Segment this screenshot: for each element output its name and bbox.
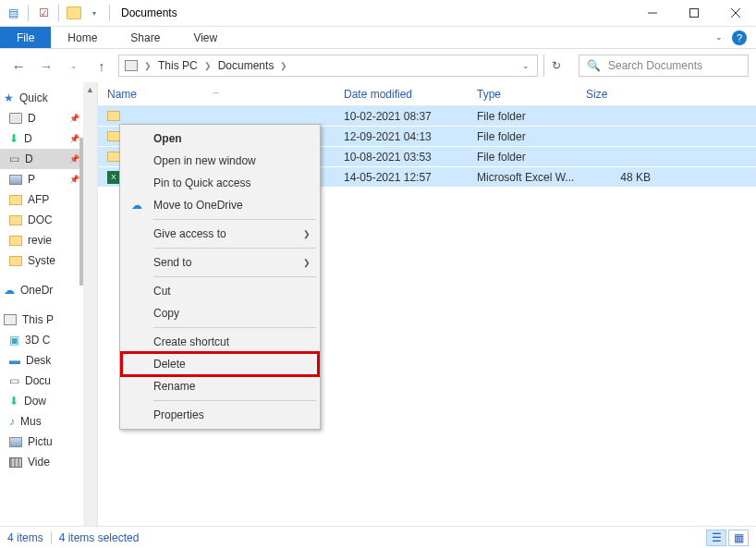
recent-dropdown-icon[interactable]: ⌄ — [63, 55, 85, 77]
sidebar-label: DOC — [28, 213, 53, 226]
status-bar: 4 items 4 items selected ☰ ▦ — [0, 526, 756, 548]
breadcrumb-thispc[interactable]: This PC — [154, 59, 201, 72]
menu-label: Rename — [153, 380, 195, 393]
menu-open-new-window[interactable]: Open in new window — [122, 150, 318, 172]
chevron-right-icon[interactable]: ❯ — [277, 61, 290, 70]
sidebar-item[interactable]: ⬇D📌 — [0, 128, 83, 149]
menu-label: Open — [153, 132, 182, 145]
menu-label: Move to OneDrive — [153, 199, 243, 212]
window-title: Documents — [117, 6, 631, 19]
file-date: 10-08-2021 03:53 — [335, 151, 468, 164]
navigation-bar: ← → ⌄ ↑ ❯ This PC ❯ Documents ❯ ⌄ ↻ 🔍 Se… — [0, 49, 756, 82]
sidebar-label: Dow — [24, 395, 46, 408]
sidebar-item[interactable]: revie — [0, 230, 83, 250]
status-selected-count: 4 items selected — [59, 531, 140, 544]
menu-pin-quick-access[interactable]: Pin to Quick access — [122, 172, 318, 194]
sidebar-quick-access[interactable]: ★Quick — [0, 88, 83, 108]
column-name[interactable]: Name︿ — [98, 88, 335, 101]
column-headers: Name︿ Date modified Type Size — [98, 82, 756, 106]
column-label: Name — [107, 88, 137, 101]
sidebar-item[interactable]: Syste — [0, 250, 83, 271]
menu-properties[interactable]: Properties — [122, 404, 318, 426]
navigation-sidebar: ★Quick D📌 ⬇D📌 ▭D📌 P📌 AFP DOC revie Syste… — [0, 82, 83, 526]
forward-button[interactable]: → — [35, 55, 57, 77]
sidebar-thispc[interactable]: This P — [0, 310, 83, 330]
sidebar-item[interactable]: ⬇Dow — [0, 391, 83, 411]
ribbon-expand-icon[interactable]: ⌄ — [715, 27, 728, 48]
sidebar-item[interactable]: ▭Docu — [0, 371, 83, 391]
pin-icon: 📌 — [69, 114, 83, 123]
sidebar-label: D — [24, 132, 32, 145]
title-bar: ▤ ☑ ▾ Documents — [0, 0, 756, 27]
qat-properties-icon[interactable]: ▤ — [6, 6, 20, 20]
view-icons-button[interactable]: ▦ — [728, 530, 749, 546]
qat-dropdown-icon[interactable]: ▾ — [87, 6, 102, 20]
tab-view[interactable]: View — [177, 27, 234, 48]
menu-cut[interactable]: Cut — [122, 280, 318, 302]
search-input[interactable]: 🔍 Search Documents — [579, 55, 749, 77]
sidebar-label: Mus — [20, 415, 42, 428]
maximize-button[interactable] — [673, 0, 714, 27]
menu-delete[interactable]: Delete — [122, 353, 318, 375]
sidebar-item[interactable]: DOC — [0, 210, 83, 230]
chevron-right-icon[interactable]: ❯ — [201, 61, 214, 70]
status-separator — [51, 531, 52, 544]
folder-icon — [107, 111, 120, 121]
sidebar-label: Pictu — [28, 435, 53, 448]
file-date: 10-02-2021 08:37 — [335, 110, 468, 123]
view-details-button[interactable]: ☰ — [706, 530, 726, 546]
address-bar[interactable]: ❯ This PC ❯ Documents ❯ ⌄ — [118, 55, 538, 77]
search-placeholder: Search Documents — [608, 59, 702, 72]
menu-separator — [153, 276, 316, 277]
column-date[interactable]: Date modified — [335, 88, 468, 101]
file-type: Microsoft Excel W... — [468, 171, 577, 184]
submenu-arrow-icon: ❯ — [303, 229, 311, 238]
menu-create-shortcut[interactable]: Create shortcut — [122, 331, 318, 353]
tab-home[interactable]: Home — [51, 27, 114, 48]
refresh-button[interactable]: ↻ — [543, 55, 567, 77]
qat-select-icon[interactable]: ☑ — [36, 6, 51, 20]
menu-give-access[interactable]: Give access to❯ — [122, 223, 318, 245]
column-size[interactable]: Size — [577, 88, 665, 101]
breadcrumb-documents[interactable]: Documents — [214, 59, 278, 72]
file-type: File folder — [468, 110, 577, 123]
minimize-button[interactable] — [631, 0, 673, 27]
file-date: 14-05-2021 12:57 — [335, 171, 468, 184]
sidebar-label: Docu — [25, 374, 51, 387]
back-button[interactable]: ← — [7, 55, 30, 77]
vertical-scrollbar[interactable]: ▲ — [83, 82, 98, 526]
sidebar-onedrive[interactable]: ☁OneDr — [0, 280, 83, 300]
column-type[interactable]: Type — [468, 88, 577, 101]
sidebar-label: 3D C — [25, 334, 50, 347]
sidebar-item[interactable]: P📌 — [0, 169, 83, 189]
address-dropdown-icon[interactable]: ⌄ — [517, 61, 535, 70]
file-type: File folder — [468, 151, 577, 164]
sidebar-item[interactable]: Pictu — [0, 432, 83, 452]
menu-move-onedrive[interactable]: ☁Move to OneDrive — [122, 194, 318, 216]
menu-copy[interactable]: Copy — [122, 302, 318, 324]
menu-open[interactable]: Open — [122, 128, 318, 150]
sidebar-item[interactable]: D📌 — [0, 108, 83, 128]
sidebar-item[interactable]: ▣3D C — [0, 330, 83, 350]
sidebar-item[interactable]: ♪Mus — [0, 411, 83, 432]
menu-send-to[interactable]: Send to❯ — [122, 251, 318, 274]
sidebar-item[interactable]: ▬Desk — [0, 350, 83, 371]
menu-label: Delete — [153, 358, 186, 371]
tab-share[interactable]: Share — [114, 27, 177, 48]
sidebar-item[interactable]: Vide — [0, 452, 83, 472]
close-button[interactable] — [714, 0, 756, 27]
file-tab[interactable]: File — [0, 27, 51, 48]
chevron-right-icon[interactable]: ❯ — [141, 61, 154, 70]
qat-divider — [58, 5, 59, 21]
menu-label: Give access to — [153, 227, 226, 240]
pc-icon[interactable] — [121, 60, 141, 71]
menu-label: Open in new window — [153, 154, 256, 167]
scroll-up-icon[interactable]: ▲ — [83, 82, 97, 97]
sidebar-item[interactable]: AFP — [0, 189, 83, 210]
up-button[interactable]: ↑ — [91, 55, 113, 77]
menu-label: Pin to Quick access — [153, 177, 250, 189]
help-button[interactable]: ? — [732, 30, 747, 45]
menu-rename[interactable]: Rename — [122, 375, 318, 397]
menu-label: Properties — [153, 408, 204, 421]
sidebar-item[interactable]: ▭D📌 — [0, 149, 83, 169]
